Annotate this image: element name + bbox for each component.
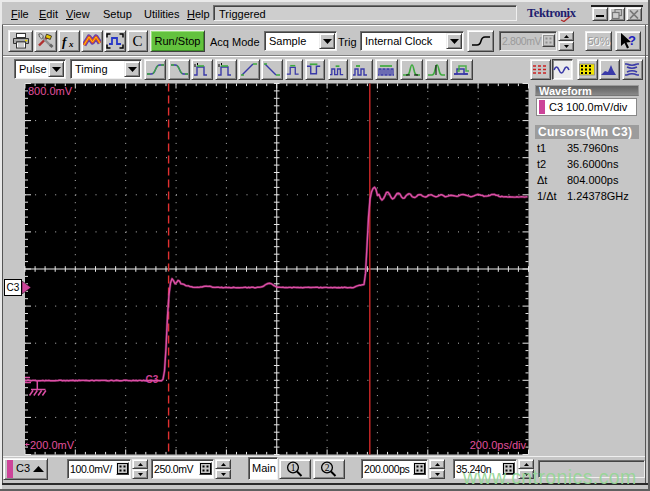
- svg-text:2: 2: [325, 463, 330, 473]
- svg-text:800.0mV: 800.0mV: [28, 85, 73, 97]
- svg-text:200.0mV: 200.0mV: [30, 439, 75, 451]
- svg-text:200.0ps/div: 200.0ps/div: [470, 439, 527, 451]
- svg-text:1: 1: [291, 463, 296, 473]
